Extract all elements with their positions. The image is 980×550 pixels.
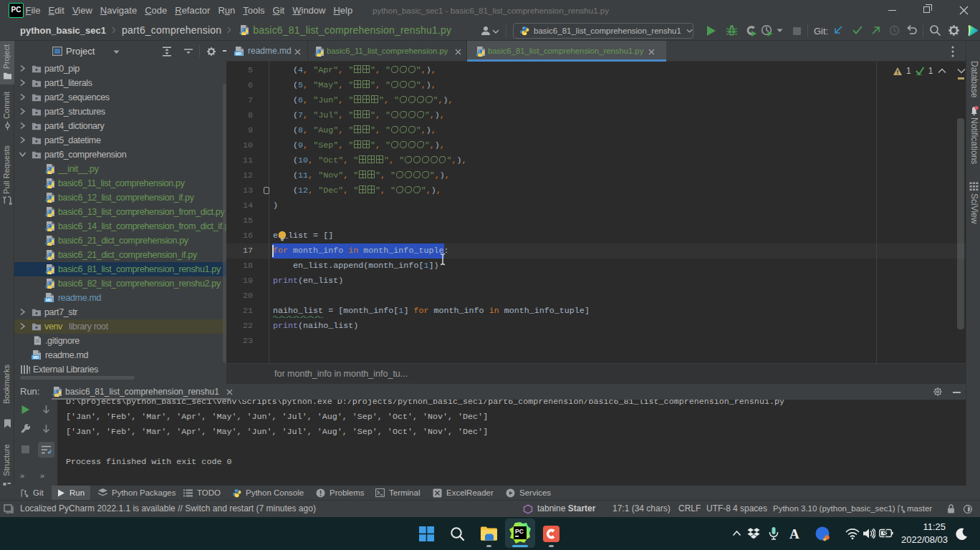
svg-text:PC: PC [515,528,524,535]
